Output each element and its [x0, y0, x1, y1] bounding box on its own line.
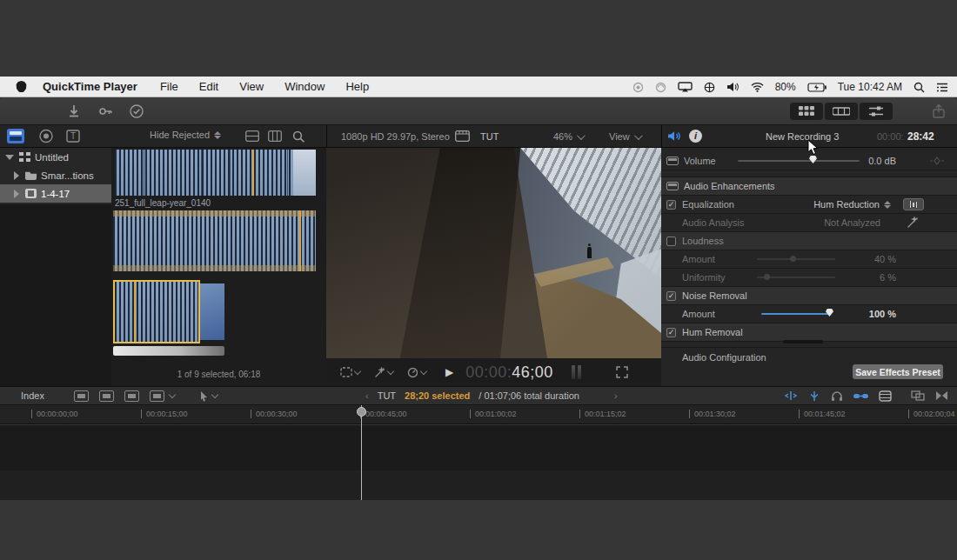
menu-item-file[interactable]: File [160, 80, 178, 93]
view-dropdown[interactable]: View [609, 131, 640, 142]
inspector-panel-button[interactable] [860, 103, 893, 120]
timeline-project-name[interactable]: TUT [378, 390, 396, 401]
duration-filmstrip-icon[interactable] [268, 130, 282, 142]
desktop: QuickTime Player FileEditViewWindowHelp … [0, 0, 957, 560]
trim-icon[interactable] [784, 390, 798, 401]
inspector-scroll-pill[interactable] [783, 340, 823, 343]
spotlight-search-icon[interactable] [914, 82, 925, 93]
noise-removal-checkbox[interactable]: ✓ [666, 291, 676, 301]
audio-enhancements-header: Audio Enhancements [661, 177, 957, 196]
timeline-status-center: ‹ TUT 28;20 selected / 01:07;06 total du… [365, 390, 618, 401]
index-button[interactable]: Index [21, 390, 44, 401]
menu-clock[interactable]: Tue 10:42 AM [838, 81, 902, 93]
enhancements-wand-dropdown[interactable] [374, 367, 393, 378]
skimming-icon[interactable] [808, 390, 820, 402]
libraries-clapperboard-icon[interactable] [7, 129, 24, 143]
menu-item-edit[interactable]: Edit [199, 80, 218, 93]
playhead-handle[interactable] [357, 407, 366, 417]
equalization-checkbox[interactable]: ✓ [666, 200, 676, 210]
loudness-amount-slider[interactable] [757, 258, 835, 260]
browser-search-icon[interactable] [292, 130, 305, 143]
equalization-dropdown[interactable]: Hum Reduction [813, 199, 891, 210]
timeline-ruler[interactable]: 00:00:00;0000:00:15;0000:00:30;0000:00:4… [0, 405, 957, 424]
overwrite-edit-icon[interactable] [150, 390, 164, 402]
video-frame[interactable] [326, 148, 661, 358]
play-button[interactable]: ▶ [445, 366, 453, 378]
clip-thumbnail-2[interactable] [113, 210, 316, 271]
airplay-display-icon[interactable] [678, 82, 693, 92]
edit-tools-chevron-icon[interactable] [169, 390, 176, 397]
effects-browser-icon[interactable] [911, 390, 925, 401]
disclosure-triangle-icon[interactable] [14, 171, 19, 180]
transitions-browser-icon[interactable] [935, 390, 948, 401]
info-inspector-icon[interactable]: i [689, 130, 702, 143]
apple-menu-icon[interactable] [16, 81, 27, 92]
snapping-icon[interactable] [853, 391, 868, 401]
audio-inspector-icon[interactable] [667, 130, 681, 142]
accessibility-icon[interactable] [704, 82, 715, 93]
audio-solo-icon[interactable] [831, 390, 843, 402]
uniformity-slider[interactable] [757, 277, 835, 278]
volume-knob[interactable] [809, 156, 817, 163]
menu-item-window[interactable]: Window [284, 80, 325, 93]
audio-meters[interactable] [569, 365, 581, 379]
arrow-tool-icon[interactable] [199, 390, 209, 402]
project-forward-chevron[interactable]: › [614, 390, 618, 401]
rating-check-icon[interactable] [129, 103, 144, 119]
analysis-wand-icon[interactable] [907, 217, 919, 229]
noise-removal-header: ✓ Noise Removal [661, 287, 957, 305]
hum-removal-checkbox[interactable]: ✓ [666, 328, 676, 337]
loudness-checkbox[interactable]: ✓ [666, 237, 676, 246]
connect-edit-icon[interactable] [74, 390, 89, 402]
status-dot-icon[interactable] [632, 82, 644, 93]
sidebar-item-1-4-17[interactable]: 1-4-17 [0, 184, 111, 203]
background-tasks-icon[interactable] [879, 390, 892, 402]
tool-chevron-icon[interactable] [211, 390, 218, 397]
notification-center-icon[interactable] [936, 83, 948, 92]
save-effects-preset-button[interactable]: Save Effects Preset [853, 364, 943, 379]
project-back-chevron[interactable]: ‹ [365, 390, 369, 401]
keyword-key-icon[interactable] [97, 103, 113, 119]
disclosure-triangle-icon[interactable] [14, 190, 19, 198]
volume-icon[interactable] [726, 82, 740, 92]
retime-dropdown[interactable] [407, 367, 426, 378]
equalization-value: Hum Reduction [813, 199, 880, 210]
uniformity-row: Uniformity 6 % [661, 269, 957, 287]
clip-thumbnail-3[interactable] [113, 280, 224, 343]
range-tool-dropdown[interactable] [340, 367, 360, 377]
equalizer-editor-button[interactable] [903, 198, 924, 210]
timeline-tracks[interactable] [0, 425, 957, 500]
loudness-amount-value[interactable]: 40 % [874, 254, 896, 264]
noise-amount-slider[interactable] [761, 313, 831, 315]
volume-value[interactable]: 0.0 dB [868, 156, 896, 166]
append-edit-icon[interactable] [124, 390, 139, 402]
noise-amount-value[interactable]: 100 % [869, 309, 896, 319]
noise-amount-knob[interactable] [826, 309, 833, 317]
import-download-icon[interactable] [66, 103, 82, 119]
sidebar-item-untitled[interactable]: Untitled [0, 148, 111, 166]
titles-generators-icon[interactable]: T [66, 129, 83, 143]
viewer-timecode: 00:00:46;00 [465, 363, 553, 382]
wifi-icon[interactable] [751, 83, 764, 92]
share-icon[interactable] [931, 103, 947, 119]
zoom-dropdown[interactable]: 46% [553, 131, 583, 142]
photos-audio-icon[interactable] [38, 129, 55, 143]
fullscreen-icon[interactable] [616, 366, 628, 378]
menu-item-help[interactable]: Help [345, 80, 369, 93]
ruler-tick: 00:00:30;00 [251, 410, 298, 418]
insert-edit-icon[interactable] [99, 390, 114, 402]
playhead-line[interactable] [361, 405, 362, 500]
volume-keyframe-icon[interactable] [929, 157, 945, 165]
filter-dropdown[interactable]: Hide Rejected [150, 130, 221, 140]
volume-slider[interactable] [738, 160, 860, 162]
disclosure-triangle-icon[interactable] [5, 155, 14, 160]
menu-item-view[interactable]: View [239, 80, 264, 93]
uniformity-value[interactable]: 6 % [880, 272, 896, 283]
clip-thumbnail-1[interactable] [115, 150, 316, 196]
browser-panel-button[interactable] [790, 103, 823, 120]
clip-appearance-icon[interactable] [245, 130, 259, 142]
status-swirl-icon[interactable] [655, 82, 666, 93]
timeline-panel-button[interactable] [825, 103, 858, 120]
app-menu-title[interactable]: QuickTime Player [43, 80, 137, 93]
sidebar-item-smar-tions[interactable]: Smar...tions [0, 166, 111, 184]
